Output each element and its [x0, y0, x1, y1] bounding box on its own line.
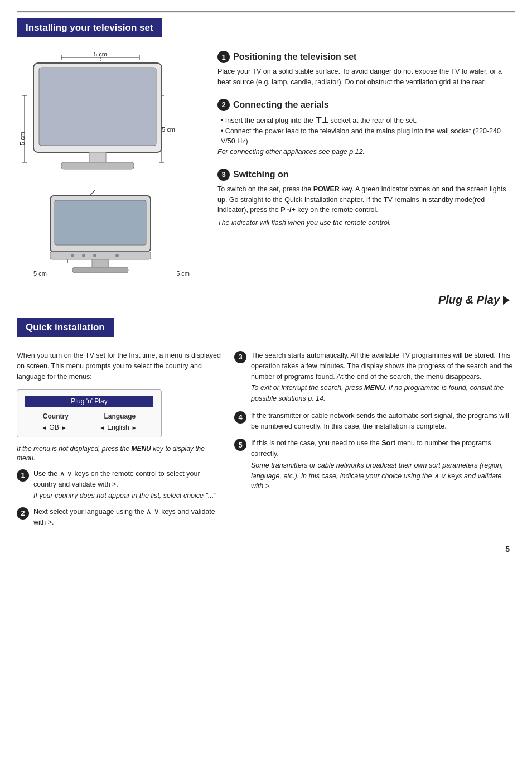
top-instructions: 1 Positioning the television set Place y…: [217, 45, 515, 277]
steps-right-list: 3 The search starts automatically. All t…: [234, 350, 515, 493]
svg-text:5 cm: 5 cm: [19, 132, 26, 145]
section2-title-bar: Quick installation: [17, 318, 515, 345]
connecting-note: For connecting other appliances see page…: [217, 147, 515, 157]
top-rule: [17, 11, 515, 13]
step-2-num: 2: [17, 507, 29, 520]
menu-col1-value: GB: [49, 424, 59, 431]
step-4-num: 4: [234, 411, 246, 424]
step-5-text: If this is not the case, you need to use…: [251, 438, 515, 459]
step-3-note: To exit or interrupt the search, press M…: [251, 383, 515, 404]
step-1-text: Use the ∧ ∨ keys on the remote control t…: [33, 469, 223, 490]
section-divider: [17, 312, 515, 312]
connecting-heading: Connecting the aerials: [233, 100, 329, 110]
plug-play-area: Plug & Play: [17, 294, 515, 306]
tv-diagram-area: 5 cm 5 cm 5 cm: [17, 45, 206, 277]
connecting-bullet1: Insert the aerial plug into the ⊤⊥ socke…: [221, 114, 515, 126]
step-1-note: If your country does not appear in the l…: [33, 490, 223, 501]
menu-caption: If the menu is not displayed, press the …: [17, 444, 223, 463]
switching-num: 3: [217, 169, 230, 181]
switching-section: 3 Switching on To switch on the set, pre…: [217, 169, 515, 228]
step-2-content: Next select your language using the ∧ ∨ …: [33, 507, 223, 529]
switching-text: To switch on the set, press the POWER ke…: [217, 184, 515, 215]
step-3-text: The search starts automatically. All the…: [251, 350, 515, 382]
intro-text: When you turn on the TV set for the firs…: [17, 350, 223, 382]
menu-col1-header: Country: [43, 412, 69, 420]
svg-rect-16: [61, 162, 134, 169]
country-arrow-right-icon: [61, 424, 67, 431]
menu-box: Plug 'n' Play Country Language GB Englis…: [17, 389, 162, 437]
plug-play-label: Plug & Play: [438, 294, 500, 306]
step-2: 2 Next select your language using the ∧ …: [17, 507, 223, 529]
bottom-left: When you turn on the TV set for the firs…: [17, 350, 223, 533]
positioning-text: Place your TV on a solid stable surface.…: [217, 66, 515, 88]
svg-rect-15: [89, 152, 106, 163]
plug-play-arrow-icon: [503, 296, 510, 305]
section1-title: Installing your television set: [17, 18, 162, 37]
connecting-section: 2 Connecting the aerials Insert the aeri…: [217, 99, 515, 157]
positioning-num: 1: [217, 51, 230, 63]
switching-heading: Switching on: [233, 170, 289, 180]
step-5-content: If this is not the case, you need to use…: [251, 438, 515, 493]
step-3-content: The search starts automatically. All the…: [251, 350, 515, 405]
svg-rect-20: [55, 200, 146, 245]
step-5-num: 5: [234, 439, 246, 451]
step-4-text: If the transmitter or cable network send…: [251, 411, 515, 432]
steps-left-list: 1 Use the ∧ ∨ keys on the remote control…: [17, 469, 223, 529]
menu-box-headers: Country Language: [25, 412, 153, 420]
positioning-section: 1 Positioning the television set Place y…: [217, 51, 515, 88]
step-1-content: Use the ∧ ∨ keys on the remote control t…: [33, 469, 223, 502]
top-section: 5 cm 5 cm 5 cm: [17, 45, 515, 277]
connecting-bullet2: Connect the power lead to the television…: [221, 126, 515, 147]
plug-play-logo: Plug & Play: [438, 294, 510, 306]
menu-col2-header: Language: [104, 412, 136, 420]
switching-note: The indicator will flash when you use th…: [217, 218, 515, 228]
svg-point-23: [82, 254, 85, 257]
connecting-bullet1-text: Insert the aerial plug into the ⊤⊥ socke…: [225, 117, 417, 124]
connecting-bullet2-text: Connect the power lead to the television…: [221, 127, 501, 146]
svg-point-25: [115, 254, 119, 257]
step-3: 3 The search starts automatically. All t…: [234, 350, 515, 405]
language-arrow-left-icon: [99, 424, 105, 431]
bottom-right: 3 The search starts automatically. All t…: [234, 350, 515, 533]
positioning-heading: Positioning the television set: [233, 52, 356, 62]
step-3-num: 3: [234, 351, 246, 363]
page-number: 5: [17, 545, 515, 554]
measure-left: 5 cm: [33, 270, 47, 277]
svg-text:5 cm: 5 cm: [94, 51, 107, 57]
svg-point-22: [71, 254, 74, 257]
connecting-num: 2: [217, 99, 230, 111]
svg-rect-14: [39, 68, 156, 146]
menu-box-values: GB English: [25, 424, 153, 431]
svg-rect-21: [50, 252, 151, 259]
svg-text:5 cm: 5 cm: [162, 126, 175, 133]
svg-point-24: [93, 254, 96, 257]
menu-col2-value: English: [107, 424, 129, 431]
language-arrow-right-icon: [132, 424, 137, 431]
section2-title: Quick installation: [17, 318, 114, 337]
bottom-section: When you turn on the TV set for the firs…: [17, 350, 515, 533]
section1-title-bar: Installing your television set: [17, 18, 515, 45]
menu-country-cell: GB: [41, 424, 66, 431]
country-arrow-left-icon: [41, 424, 47, 431]
measure-right: 5 cm: [176, 270, 190, 277]
step-5: 5 If this is not the case, you need to u…: [234, 438, 515, 493]
step-1-num: 1: [17, 469, 29, 482]
step-4: 4 If the transmitter or cable network se…: [234, 411, 515, 433]
step-4-content: If the transmitter or cable network send…: [251, 411, 515, 433]
tv-illustration: 5 cm 5 cm 5 cm: [17, 51, 206, 276]
step-5-note: Some transmitters or cable networks broa…: [251, 460, 515, 492]
menu-box-title: Plug 'n' Play: [25, 396, 153, 407]
step-1: 1 Use the ∧ ∨ keys on the remote control…: [17, 469, 223, 502]
menu-language-cell: English: [99, 424, 137, 431]
step-2-text: Next select your language using the ∧ ∨ …: [33, 507, 223, 528]
